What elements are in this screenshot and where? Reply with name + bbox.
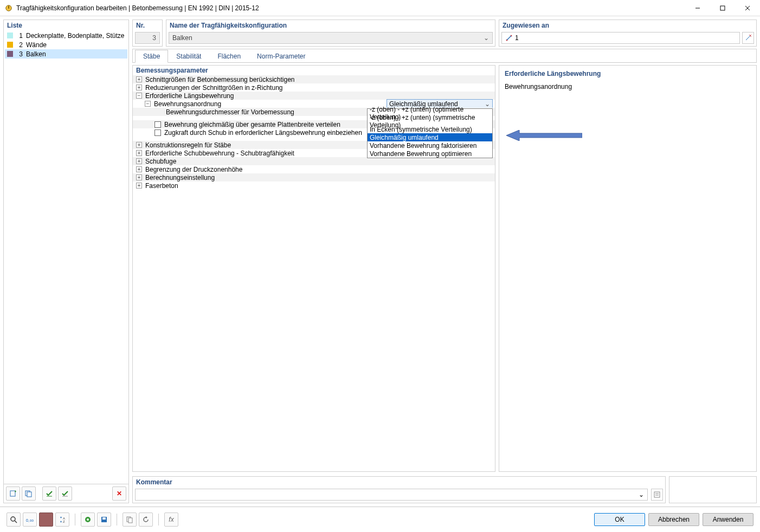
svg-point-29: [87, 518, 89, 521]
list-label: Balken: [26, 50, 46, 58]
assigned-field[interactable]: 1: [501, 32, 740, 44]
sort-tool-button[interactable]: AZ: [55, 512, 69, 527]
uncheck-all-button[interactable]: [58, 486, 72, 501]
color-swatch: [7, 33, 13, 38]
color-swatch: [7, 42, 13, 48]
copy-tool-button[interactable]: [123, 512, 137, 527]
assigned-header: Zugewiesen an: [499, 20, 756, 31]
new-config-button[interactable]: [6, 486, 20, 501]
tab-staebe[interactable]: Stäbe: [135, 50, 168, 63]
list-num: 3: [16, 50, 23, 58]
tree-row[interactable]: − Bewehrungsanordnung Gleichmäßig umlauf…: [133, 100, 495, 108]
member-icon: [505, 34, 513, 42]
close-icon: ✕: [117, 490, 122, 497]
delete-config-button[interactable]: ✕: [112, 486, 126, 501]
chevron-down-icon: ⌄: [639, 491, 644, 498]
assigned-value: 1: [515, 34, 519, 42]
duplicate-config-button[interactable]: [22, 486, 36, 501]
function-icon: fx: [169, 516, 173, 523]
tree-label: Bewehrungsdurchmesser für Vorbemessung: [166, 108, 294, 116]
tree-label: Erforderliche Längsbewehrung: [145, 92, 234, 100]
svg-line-21: [15, 521, 17, 523]
svg-rect-17: [654, 492, 660, 497]
tab-stabilitaet[interactable]: Stabilität: [168, 50, 209, 63]
expander-icon[interactable]: +: [136, 76, 142, 82]
tree-row[interactable]: + Begrenzung der Druckzonenhöhe: [133, 165, 495, 173]
nr-field[interactable]: 3: [135, 32, 160, 44]
library-tool-button[interactable]: [81, 512, 95, 527]
expander-icon[interactable]: +: [136, 150, 142, 156]
tree-row[interactable]: + Reduzierungen der Schnittgrößen in z-R…: [133, 83, 495, 92]
expander-icon[interactable]: +: [136, 142, 142, 148]
preview-pane: Erforderliche Längsbewehrung Bewehrungsa…: [499, 65, 757, 472]
preview-title: Erforderliche Längsbewehrung: [505, 70, 751, 77]
svg-line-15: [507, 36, 511, 40]
dropdown-option[interactable]: Vorhandene Bewehrung optimieren: [368, 150, 492, 158]
tree-row[interactable]: + Berechnungseinstellung: [133, 173, 495, 181]
assign-pick-button[interactable]: [742, 32, 754, 44]
maximize-button[interactable]: [710, 0, 735, 16]
checkbox[interactable]: [154, 129, 161, 136]
checkbox[interactable]: [154, 121, 161, 128]
tree-row[interactable]: − Erforderliche Längsbewehrung: [133, 92, 495, 100]
svg-rect-33: [128, 518, 132, 523]
close-button[interactable]: [735, 0, 760, 16]
expander-icon[interactable]: −: [145, 101, 151, 107]
nr-header: Nr.: [133, 20, 162, 31]
tree-label: Begrenzung der Druckzonenhöhe: [145, 166, 242, 173]
tree-label: Faserbeton: [145, 182, 178, 190]
expander-icon[interactable]: +: [136, 174, 142, 180]
apply-button[interactable]: Anwenden: [703, 513, 753, 526]
expander-icon[interactable]: +: [136, 183, 142, 189]
cancel-button[interactable]: Abbrechen: [648, 513, 699, 526]
ok-button[interactable]: OK: [594, 513, 645, 526]
dropdown-option[interactable]: -z (oben) - +z (unten) (symmetrische Ver…: [368, 117, 492, 125]
color-swatch: [7, 51, 13, 57]
tree-label: Erforderliche Schubbewehrung - Schubtrag…: [145, 150, 294, 157]
minimize-button[interactable]: [685, 0, 710, 16]
list-label: Deckenplatte, Bodenplatte, Stütze: [26, 32, 124, 40]
dropdown-popup: -z (oben) - +z (unten) (optimierte Verte…: [367, 108, 493, 158]
tree-row[interactable]: + Faserbeton: [133, 181, 495, 190]
list-item[interactable]: 1 Deckenplatte, Bodenplatte, Stütze: [5, 31, 127, 40]
preview-subtitle: Bewehrungsanordnung: [505, 83, 751, 90]
save-tool-button[interactable]: [97, 512, 111, 527]
svg-marker-25: [60, 521, 62, 522]
tab-flaechen[interactable]: Flächen: [209, 50, 249, 63]
list-num: 2: [16, 41, 23, 49]
expander-icon[interactable]: +: [136, 85, 142, 90]
expander-icon[interactable]: +: [136, 158, 142, 164]
nr-value: 3: [152, 34, 156, 42]
search-tool-button[interactable]: [7, 512, 21, 527]
tree-row[interactable]: + Schnittgrößen für Betonbemessung berüc…: [133, 75, 495, 83]
comment-combo[interactable]: ⌄: [135, 489, 648, 501]
list-item[interactable]: 3 Balken: [5, 49, 127, 59]
name-value: Balken: [172, 34, 192, 42]
check-all-button[interactable]: [42, 486, 56, 501]
tree-row[interactable]: + Schubfuge: [133, 157, 495, 165]
chevron-down-icon: ⌄: [484, 34, 489, 42]
tree-label: Reduzierungen der Schnittgrößen in z-Ric…: [145, 84, 282, 92]
list-header: Liste: [4, 20, 128, 31]
svg-line-16: [746, 36, 750, 40]
svg-text:0,: 0,: [26, 518, 29, 522]
svg-rect-1: [8, 5, 9, 8]
list-num: 1: [16, 32, 23, 40]
params-header: Bemessungsparameter: [133, 66, 495, 75]
expander-icon[interactable]: +: [136, 166, 142, 172]
svg-text:00: 00: [30, 518, 34, 522]
color-tool-button[interactable]: [39, 512, 53, 527]
expander-icon[interactable]: −: [136, 93, 142, 99]
dropdown-option[interactable]: Gleichmäßig umlaufend: [368, 133, 492, 141]
function-tool-button[interactable]: fx: [164, 512, 178, 527]
reset-tool-button[interactable]: [139, 512, 153, 527]
comment-template-button[interactable]: [651, 489, 663, 501]
units-tool-button[interactable]: 0,00: [23, 512, 37, 527]
tree-label: Bewehrungsanordnung: [154, 100, 221, 108]
dropdown-option[interactable]: Vorhandene Bewehrung faktorisieren: [368, 141, 492, 150]
config-list: 1 Deckenplatte, Bodenplatte, Stütze 2 Wä…: [4, 31, 128, 484]
list-item[interactable]: 2 Wände: [5, 40, 127, 49]
svg-marker-34: [146, 516, 147, 518]
tab-norm-parameter[interactable]: Norm-Parameter: [249, 50, 313, 63]
name-combo[interactable]: Balken ⌄: [169, 32, 493, 44]
